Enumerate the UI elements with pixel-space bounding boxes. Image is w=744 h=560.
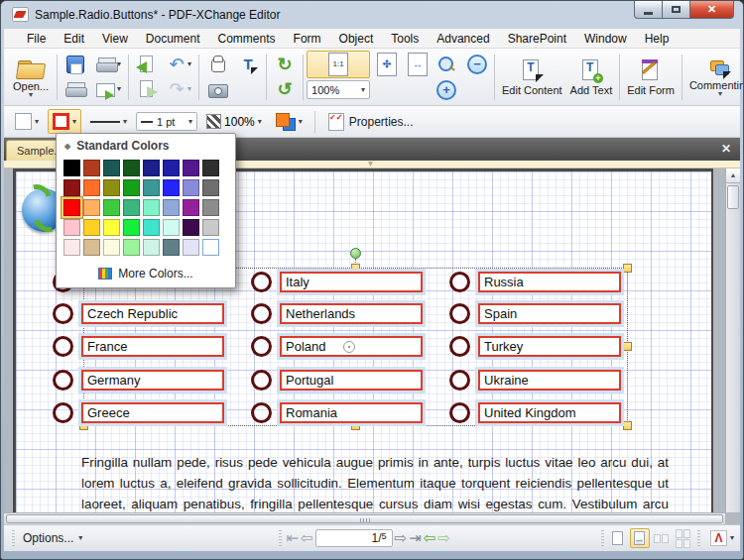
text-field-portugal[interactable]: Portugal	[280, 370, 423, 391]
two-page-continuous-button[interactable]	[674, 528, 693, 548]
color-swatch-8fa8d9[interactable]	[163, 199, 180, 216]
menu-window[interactable]: Window	[575, 30, 636, 48]
resize-handle-middle-right[interactable]	[623, 342, 632, 351]
email-button[interactable]: ▾	[91, 76, 125, 102]
color-swatch-7ff2c9[interactable]	[143, 199, 160, 216]
color-swatch-1d1f8c[interactable]	[143, 160, 160, 176]
color-swatch-8e1414[interactable]	[63, 179, 80, 196]
properties-button[interactable]: ✓✓ Properties...	[322, 110, 420, 134]
save-button[interactable]	[61, 52, 90, 77]
radio-button[interactable]	[449, 303, 470, 324]
menu-edit[interactable]: Edit	[55, 30, 93, 48]
radio-button[interactable]	[251, 303, 272, 324]
color-swatch-94219b[interactable]	[183, 199, 199, 216]
import-button[interactable]	[132, 52, 162, 77]
menu-help[interactable]: Help	[636, 30, 679, 48]
color-swatch-3ecc3e[interactable]	[103, 199, 120, 216]
select-text-button[interactable]: T	[233, 52, 263, 77]
menu-object[interactable]: Object	[330, 30, 383, 48]
color-swatch-ffffff[interactable]	[202, 239, 219, 256]
color-swatch-ffb061[interactable]	[83, 199, 100, 216]
first-page-button[interactable]: ⇤	[286, 529, 299, 547]
color-swatch-8f8f14[interactable]	[103, 179, 120, 196]
tab-close-icon[interactable]: ✕	[721, 142, 731, 156]
text-field-italy[interactable]: Italy	[280, 272, 423, 292]
commenting-button[interactable]: Commenting ▾	[685, 52, 744, 103]
radio-button[interactable]	[53, 336, 73, 357]
color-swatch-b03e1e[interactable]	[83, 160, 100, 176]
color-swatch-cbf4e6[interactable]	[143, 239, 160, 256]
fill-stroke-pair-button[interactable]: ▾	[271, 109, 308, 135]
hand-tool-button[interactable]	[202, 52, 232, 77]
actual-size-button[interactable]: 1:1	[307, 51, 370, 78]
color-swatch-ffff3b[interactable]	[103, 219, 120, 236]
radio-button[interactable]	[449, 370, 470, 391]
text-field-romania[interactable]: Romania	[280, 402, 423, 423]
color-swatch-1c5954[interactable]	[103, 160, 120, 176]
color-swatch-17a017[interactable]	[123, 179, 140, 196]
open-in-reader-button[interactable]: Λ ▾	[710, 530, 734, 546]
opacity-button[interactable]: 100% ▾	[201, 110, 267, 133]
color-swatch-d8bd92[interactable]	[83, 239, 100, 256]
title-bar[interactable]: Sample.Radio.Buttons* - PDF-XChange Edit…	[1, 1, 743, 29]
menu-view[interactable]: View	[93, 30, 137, 48]
undo-button[interactable]: ↶▾	[162, 52, 195, 77]
color-swatch-6e6e6e[interactable]	[202, 179, 219, 196]
single-page-layout-button[interactable]	[608, 528, 628, 548]
fill-color-button[interactable]: ▾	[10, 109, 44, 134]
open-button[interactable]: Open... ▾	[8, 52, 54, 103]
add-text-button[interactable]: T+ Add Text	[566, 52, 617, 103]
color-swatch-ff0000[interactable]	[63, 199, 80, 216]
color-swatch-cffbf3[interactable]	[163, 219, 180, 236]
options-button[interactable]: Options... ▾	[17, 528, 88, 548]
next-view-button[interactable]: ⇨	[437, 529, 450, 547]
line-style-button[interactable]: ▾	[85, 115, 132, 129]
radio-button[interactable]	[251, 272, 272, 292]
minimize-button[interactable]	[634, 1, 663, 19]
color-swatch-fce9e9[interactable]	[63, 239, 80, 256]
color-swatch-e3e3f7[interactable]	[183, 239, 199, 256]
previous-page-button[interactable]: ⇦	[301, 529, 313, 547]
line-width-combo[interactable]: 1 pt ▾	[136, 112, 197, 131]
radio-button[interactable]	[251, 402, 272, 423]
color-swatch-3db57f[interactable]	[123, 199, 140, 216]
menu-form[interactable]: Form	[285, 30, 330, 48]
text-field-ukraine[interactable]: Ukraine	[478, 370, 621, 391]
radio-button[interactable]	[251, 370, 272, 391]
vertical-scroll-thumb[interactable]	[727, 185, 739, 209]
text-field-russia[interactable]: Russia	[478, 272, 621, 292]
color-swatch-ffd024[interactable]	[83, 219, 100, 236]
zoom-combo[interactable]: 100%▾	[307, 80, 370, 99]
rotate-ccw-button[interactable]: ↺	[270, 76, 300, 102]
document-tab[interactable]: Sample.	[6, 140, 62, 161]
print-button[interactable]	[61, 76, 90, 102]
color-swatch-3c0b4c[interactable]	[183, 219, 199, 236]
resize-handle-top-right[interactable]	[623, 264, 632, 273]
radio-button[interactable]	[251, 336, 272, 357]
color-swatch-c9c9c9[interactable]	[202, 219, 219, 236]
close-button[interactable]: ✕	[689, 1, 734, 19]
fit-width-button[interactable]: ↔	[404, 51, 432, 78]
quick-print-button[interactable]: ▾	[91, 52, 125, 77]
more-colors-button[interactable]: More Colors...	[57, 262, 235, 287]
horizontal-scroll-thumb[interactable]	[6, 514, 723, 523]
menu-document[interactable]: Document	[137, 30, 209, 48]
two-page-layout-button[interactable]	[652, 528, 672, 548]
color-swatch-ff6f29[interactable]	[83, 179, 100, 196]
menu-advanced[interactable]: Advanced	[428, 30, 498, 48]
color-swatch-8c8c8c[interactable]	[202, 199, 219, 216]
continuous-layout-button[interactable]	[630, 528, 650, 548]
radio-button[interactable]	[449, 336, 470, 357]
color-swatch-2f2f2f[interactable]	[202, 160, 219, 176]
zoom-out-button[interactable]: −	[463, 53, 491, 76]
color-swatch-8a8adb[interactable]	[183, 179, 199, 196]
color-swatch-55188e[interactable]	[183, 160, 199, 176]
maximize-button[interactable]	[663, 1, 689, 19]
radio-button[interactable]	[53, 303, 73, 324]
menu-file[interactable]: File	[18, 30, 55, 48]
color-swatch-3fe4cf[interactable]	[143, 219, 160, 236]
color-swatch-9bf49b[interactable]	[123, 239, 140, 256]
marquee-zoom-button[interactable]	[432, 52, 461, 77]
text-field-spain[interactable]: Spain	[478, 303, 621, 324]
text-field-netherlands[interactable]: Netherlands	[280, 303, 423, 324]
